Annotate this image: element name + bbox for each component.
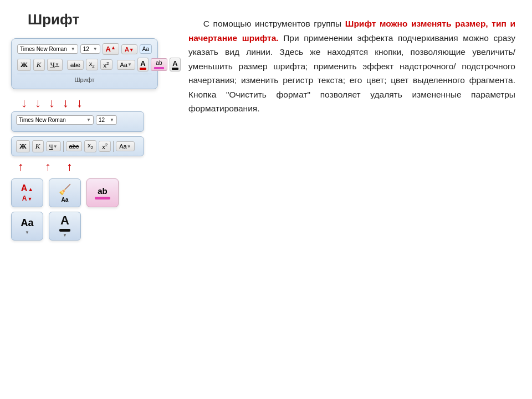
highlight-icon-button[interactable]: ab bbox=[86, 178, 119, 207]
sub-font-size-value: 12 bbox=[99, 117, 105, 123]
clear-format-label: Aa bbox=[142, 46, 149, 52]
toolbar-group-label: Шрифт bbox=[17, 74, 152, 83]
change-case-button[interactable]: Aa ▼ bbox=[117, 60, 135, 70]
expanded-area: ↓ ↓ ↓ ↓ ↓ Times New Roman ▼ 12 ▼ bbox=[11, 97, 158, 241]
clear-format-aa-label: Aa bbox=[62, 197, 69, 203]
underline-button[interactable]: Ч ▼ bbox=[47, 59, 63, 71]
change-case-icon-dropdown[interactable]: ▼ bbox=[25, 230, 29, 235]
sub-font-size-field[interactable]: 12 ▼ bbox=[96, 115, 117, 125]
sub-strikethrough-button[interactable]: abc bbox=[66, 141, 83, 151]
sub-subscript-button[interactable]: x2 bbox=[84, 140, 96, 152]
sub-format-box: Ж К Ч ▼ abc x2 x2 bbox=[11, 136, 144, 156]
sub-bold-button[interactable]: Ж bbox=[16, 140, 30, 152]
arrow-b3: ↑ bbox=[66, 161, 73, 173]
italic-button[interactable]: К bbox=[33, 59, 45, 71]
text-color-bar bbox=[140, 68, 146, 70]
font-name-box[interactable]: Times New Roman ▼ bbox=[17, 44, 78, 54]
underline-dropdown-icon[interactable]: ▼ bbox=[55, 62, 59, 67]
eraser-icon: 🧹 bbox=[59, 183, 71, 196]
arrows-row-bottom: ↑ ↑ ↑ bbox=[11, 161, 158, 173]
font-color-black-bar bbox=[172, 68, 178, 70]
sub-underline-icon[interactable]: ▼ bbox=[53, 144, 58, 149]
font-name-value: Times New Roman bbox=[20, 46, 67, 52]
font-size-dropdown-icon[interactable]: ▼ bbox=[93, 47, 98, 52]
highlight-button[interactable]: ab bbox=[151, 58, 167, 71]
arrows-row-top: ↓ ↓ ↓ ↓ ↓ bbox=[11, 97, 158, 109]
arrow-b1: ↑ bbox=[18, 161, 24, 173]
sub-divider-2 bbox=[113, 141, 114, 152]
caret-down-icon: ▼ bbox=[129, 47, 134, 53]
change-case-aa-icon: Aa bbox=[21, 217, 33, 229]
right-panel: С помощью инструментов группы Шрифт можн… bbox=[177, 0, 532, 399]
A-large-icon: A bbox=[106, 45, 111, 53]
arrow-2: ↓ bbox=[35, 97, 41, 109]
font-size-adjust-button[interactable]: A ▲ A ▼ bbox=[11, 178, 43, 207]
sub-italic-button[interactable]: К bbox=[32, 140, 44, 152]
font-color-black-button[interactable]: A bbox=[170, 58, 181, 71]
sub-case-icon[interactable]: ▼ bbox=[127, 144, 131, 149]
font-size-icon: A ▲ bbox=[21, 183, 33, 193]
bold-button[interactable]: Ж bbox=[17, 59, 31, 71]
font-size-value: 12 bbox=[83, 46, 89, 52]
decrease-font-size-button[interactable]: A ▼ bbox=[121, 44, 137, 54]
font-size-box[interactable]: 12 ▼ bbox=[80, 44, 100, 54]
arrow-b2: ↑ bbox=[45, 161, 51, 173]
sub-font-dropdown-icon[interactable]: ▼ bbox=[86, 117, 91, 122]
arrow-4: ↓ bbox=[63, 97, 69, 109]
font-group-link: Шрифт bbox=[345, 19, 376, 28]
page-title: Шрифт bbox=[28, 11, 79, 28]
sub-font-name-box: Times New Roman ▼ 12 ▼ bbox=[11, 111, 144, 132]
sub-font-name-value: Times New Roman bbox=[19, 117, 66, 123]
left-panel: Шрифт Times New Roman ▼ 12 ▼ A ▲ A ▼ bbox=[0, 0, 177, 399]
arrow-1: ↓ bbox=[21, 97, 27, 109]
bottom-icon-buttons: A ▲ A ▼ 🧹 Aa ab bbox=[11, 178, 158, 207]
text-color-A-bar bbox=[59, 229, 70, 232]
highlight-bar-icon bbox=[95, 197, 110, 200]
increase-font-size-button[interactable]: A ▲ bbox=[103, 43, 119, 55]
sub-font-row: Times New Roman ▼ 12 ▼ bbox=[16, 115, 139, 125]
sub-divider-1 bbox=[63, 141, 64, 152]
highlight-color-bar bbox=[154, 67, 164, 69]
font-toolbar-group: Times New Roman ▼ 12 ▼ A ▲ A ▼ Aa bbox=[11, 38, 158, 89]
clear-format-button[interactable]: Aa bbox=[140, 44, 152, 54]
sub-superscript-button[interactable]: x2 bbox=[99, 141, 111, 152]
font-name-dropdown-icon[interactable]: ▼ bbox=[71, 47, 75, 52]
superscript-button[interactable]: x2 bbox=[100, 59, 112, 70]
A-small-icon: A bbox=[125, 46, 129, 53]
highlight-ab-icon: ab bbox=[98, 186, 108, 196]
arrow-5: ↓ bbox=[76, 97, 83, 109]
subscript-button[interactable]: x2 bbox=[86, 59, 98, 70]
sub-format-row: Ж К Ч ▼ abc x2 x2 bbox=[16, 140, 139, 152]
toolbar-row-2: Ж К Ч ▼ abc x2 x2 Aa ▼ bbox=[17, 58, 152, 71]
caret-up-icon: ▲ bbox=[111, 45, 116, 50]
bottom-icon-buttons-row2: Aa ▼ A ▼ bbox=[11, 212, 158, 241]
arrow-3: ↓ bbox=[49, 97, 55, 109]
text-color-icon-button[interactable]: A ▼ bbox=[49, 212, 81, 241]
text-color-button[interactable]: A bbox=[137, 58, 149, 71]
sub-size-dropdown-icon[interactable]: ▼ bbox=[110, 117, 114, 122]
change-case-dropdown-icon[interactable]: ▼ bbox=[127, 62, 132, 67]
sub-change-case-button[interactable]: Aa ▼ bbox=[116, 141, 134, 151]
change-case-icon-button[interactable]: Aa ▼ bbox=[11, 212, 43, 241]
sub-font-name-field[interactable]: Times New Roman ▼ bbox=[16, 115, 94, 125]
font-size-icon-2: A ▼ bbox=[22, 195, 33, 202]
sub-underline-button[interactable]: Ч ▼ bbox=[46, 141, 61, 151]
description-paragraph: С помощью инструментов группы Шрифт можн… bbox=[188, 17, 515, 116]
text-color-A-icon: A bbox=[60, 214, 69, 227]
clear-format-icon-button[interactable]: 🧹 Aa bbox=[49, 178, 81, 207]
toolbar-row-1: Times New Roman ▼ 12 ▼ A ▲ A ▼ Aa bbox=[17, 43, 152, 55]
text-color-dropdown-icon[interactable]: ▼ bbox=[63, 233, 67, 238]
strikethrough-button[interactable]: abc bbox=[67, 60, 84, 70]
